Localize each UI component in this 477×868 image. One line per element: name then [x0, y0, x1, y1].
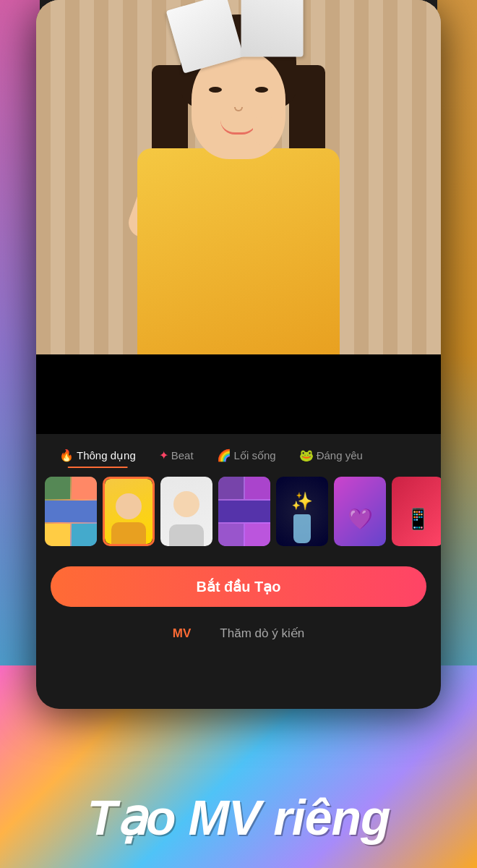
template-thumb-1[interactable] [45, 477, 97, 546]
tab-loi-song[interactable]: 🌈 Lối sống [205, 443, 288, 468]
template-thumb-7[interactable]: 📱 [392, 477, 441, 546]
collage-cell-1 [45, 477, 70, 499]
template-thumb-2[interactable] [103, 477, 155, 546]
person-smile [220, 120, 257, 135]
collage-cell-5 [72, 524, 97, 546]
thumb-7-inner: 📱 [392, 477, 441, 546]
thumb-4-cell-4 [218, 524, 244, 546]
template-thumb-6[interactable]: 💜 [334, 477, 386, 546]
thumb-3-inner [160, 477, 212, 546]
book-right-page [241, 0, 304, 56]
thumb-2-visual [105, 479, 152, 544]
person-hand [253, 116, 275, 145]
thumb-5-sparkle: ✨ [291, 477, 313, 511]
tab-loi-song-emoji: 🌈 [217, 448, 231, 462]
thumb-3-shirt [169, 524, 204, 546]
collage-cell-2 [72, 477, 97, 499]
video-preview [36, 0, 441, 354]
book-left-page [166, 0, 244, 74]
thumb-4-inner [218, 477, 270, 546]
person-eye-right [255, 87, 268, 93]
black-bottom-area [36, 354, 441, 434]
bottom-title-text: Tạo MV riêng [0, 789, 477, 846]
tab-bar: 🔥 Thông dụng ✦ Beat 🌈 Lối sống 🐸 Đáng yê… [42, 434, 435, 468]
template-thumb-3[interactable] [160, 477, 212, 546]
thumb-6-visual: 💜 [334, 477, 386, 546]
thumb-5-inner: ✨ [276, 477, 328, 546]
cta-area: Bắt đầu Tạo [36, 555, 441, 616]
right-color-strip [437, 0, 477, 709]
thumb-2-inner [105, 479, 152, 544]
nav-tham-do[interactable]: Thăm dò ý kiến [220, 626, 304, 641]
thumb-4-cell-3 [218, 501, 270, 523]
tab-thong-dung[interactable]: 🔥 Thông dụng [48, 443, 147, 468]
tab-thong-dung-label: Thông dụng [77, 449, 136, 462]
thumb-1-inner [45, 477, 97, 546]
thumb-5-visual: ✨ [276, 477, 328, 546]
left-color-strip [0, 0, 40, 709]
thumb-1-collage [45, 477, 97, 546]
start-create-button[interactable]: Bắt đầu Tạo [51, 566, 426, 607]
thumb-4-collage [218, 477, 270, 546]
person-shirt [137, 148, 340, 354]
thumb-5-bottle [293, 514, 311, 543]
tab-beat-label: Beat [171, 449, 194, 461]
tab-thong-dung-emoji: 🔥 [59, 448, 74, 462]
person-figure [116, 7, 361, 354]
thumb-4-cell-2 [245, 477, 270, 499]
thumb-7-visual: 📱 [392, 477, 441, 546]
thumb-4-cell-1 [218, 477, 244, 499]
collage-cell-4 [45, 524, 70, 546]
thumb-6-inner: 💜 [334, 477, 386, 546]
tabs-container: 🔥 Thông dụng ✦ Beat 🌈 Lối sống 🐸 Đáng yê… [36, 434, 441, 468]
tab-loi-song-label: Lối sống [234, 449, 276, 462]
tab-beat-emoji: ✦ [159, 448, 168, 462]
thumb-7-phone: 📱 [405, 493, 431, 531]
template-thumb-4[interactable] [218, 477, 270, 546]
bottom-nav: MV Thăm dò ý kiến [36, 616, 441, 651]
phone-screen: 🔥 Thông dụng ✦ Beat 🌈 Lối sống 🐸 Đáng yê… [36, 0, 441, 709]
thumb-6-heart: 💜 [348, 493, 373, 531]
template-thumb-5[interactable]: ✨ [276, 477, 328, 546]
template-thumbnail-strip[interactable]: ✨ 💜 📱 [36, 468, 441, 555]
tab-dang-yeu-label: Đáng yêu [317, 449, 363, 461]
thumb-2-face [116, 493, 142, 519]
tab-dang-yeu[interactable]: 🐸 Đáng yêu [288, 443, 374, 468]
collage-cell-3 [45, 501, 97, 523]
person-eye-left [209, 87, 222, 93]
thumb-4-cell-5 [245, 524, 270, 546]
person-nose [234, 107, 243, 111]
thumb-2-shirt [111, 522, 146, 544]
tab-dang-yeu-emoji: 🐸 [299, 448, 314, 462]
thumb-3-visual [160, 477, 212, 546]
thumb-3-face [173, 491, 199, 517]
nav-mv[interactable]: MV [173, 626, 192, 641]
tab-beat[interactable]: ✦ Beat [147, 443, 205, 468]
